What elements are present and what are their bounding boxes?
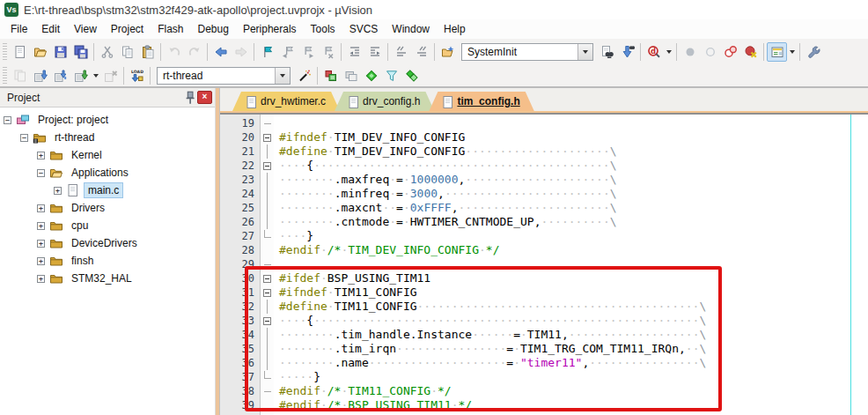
paste-button[interactable] — [137, 42, 158, 62]
manage-items-button[interactable] — [320, 66, 341, 85]
menu-item-flash[interactable]: Flash — [151, 20, 190, 38]
rebuild-button[interactable] — [50, 66, 70, 85]
expand-expander-icon[interactable]: + — [37, 257, 45, 265]
menu-item-svcs[interactable]: SVCS — [342, 20, 386, 38]
tree-item-drivers[interactable]: +Drivers — [0, 199, 215, 217]
bp-hollow-button[interactable] — [700, 42, 720, 62]
toolbar-separator — [93, 43, 94, 61]
menu-item-tools[interactable]: Tools — [304, 20, 342, 38]
code-line: 23········.maxfreq·=·1000000,···········… — [220, 173, 868, 187]
pack-installer-button[interactable] — [401, 66, 422, 85]
combo-dropdown-button[interactable] — [275, 68, 290, 84]
fold-collapse-icon[interactable] — [261, 271, 274, 285]
bp-kill-all-button[interactable] — [740, 42, 761, 62]
code-area[interactable]: 1920#ifndef·TIM_DEV_INFO_CONFIG21#define… — [220, 115, 868, 415]
panel-views-button[interactable] — [767, 42, 787, 62]
run-time-env-button[interactable] — [361, 66, 381, 85]
translate-button[interactable] — [10, 66, 30, 85]
bookmark-clear-button[interactable] — [318, 42, 338, 62]
cut-button[interactable] — [97, 42, 117, 62]
menu-item-debug[interactable]: Debug — [191, 20, 236, 38]
tree-item-kernel[interactable]: +Kernel — [0, 146, 215, 164]
target-select-combobox[interactable]: rt-thread — [157, 67, 291, 85]
fold-collapse-icon[interactable] — [261, 285, 274, 300]
tree-item-devicedrivers[interactable]: +DeviceDrivers — [0, 234, 215, 252]
build-button[interactable] — [30, 66, 50, 85]
stop-build-button[interactable] — [100, 66, 121, 85]
combo-dropdown-button[interactable] — [577, 44, 592, 60]
wrench-button[interactable] — [803, 42, 823, 62]
tree-item-project-project[interactable]: −Project: project — [0, 111, 215, 129]
save-button[interactable] — [50, 42, 70, 62]
close-panel-button[interactable]: × — [197, 91, 212, 104]
redo-button[interactable] — [184, 42, 204, 62]
windows-grey-button[interactable] — [341, 66, 361, 85]
menu-item-help[interactable]: Help — [437, 20, 473, 38]
tree-item-stm32-hal[interactable]: +STM32_HAL — [0, 270, 215, 287]
select-packs-button[interactable] — [381, 66, 401, 85]
dropdown-caret-button[interactable] — [787, 42, 797, 62]
collapse-expander-icon[interactable]: − — [37, 169, 45, 177]
dropdown-caret-button[interactable] — [664, 42, 673, 62]
nav-back-button[interactable] — [210, 42, 231, 62]
nav-forward-button[interactable] — [231, 42, 251, 62]
batch-build-button[interactable] — [70, 66, 91, 85]
document-icon — [245, 95, 256, 107]
bp-disable-all-button[interactable] — [720, 42, 740, 62]
debug-find-button[interactable]: d — [644, 42, 664, 62]
collapse-expander-icon[interactable]: − — [4, 116, 11, 124]
tree-item-finsh[interactable]: +finsh — [0, 252, 215, 270]
tree-item-rt-thread[interactable]: −rt-thread — [0, 129, 215, 146]
toolbar-separator — [317, 67, 318, 85]
code-line: 30#ifdef·BSP_USING_TIM11 — [220, 271, 868, 285]
tab-tim-config-h[interactable]: tim_config.h — [429, 92, 533, 111]
run-to-line-button[interactable] — [617, 42, 637, 62]
collapse-expander-icon[interactable]: − — [20, 134, 28, 142]
pin-panel-button[interactable] — [181, 90, 197, 105]
tab-drv-hwtimer-c[interactable]: drv_hwtimer.c — [232, 92, 340, 111]
find-in-files-button[interactable] — [597, 42, 617, 62]
indent-less-button[interactable] — [344, 42, 364, 62]
bp-filled-button[interactable] — [680, 42, 700, 62]
dropdown-caret-button[interactable] — [91, 66, 100, 85]
expand-expander-icon[interactable]: + — [37, 152, 45, 159]
pin-icon — [181, 90, 197, 106]
tree-item-applications[interactable]: −Applications — [0, 164, 215, 182]
indent-more-button[interactable] — [364, 42, 385, 62]
function-search-combobox[interactable]: SystemInit — [461, 43, 593, 61]
menu-item-file[interactable]: File — [4, 20, 34, 38]
menu-item-project[interactable]: Project — [104, 20, 151, 38]
fold-margin-mark — [261, 356, 274, 370]
menu-item-window[interactable]: Window — [385, 20, 437, 38]
tree-item-main-c[interactable]: +main.c — [0, 182, 215, 199]
uncomment-button[interactable] — [411, 42, 431, 62]
new-file-button[interactable] — [10, 42, 30, 62]
menu-item-edit[interactable]: Edit — [34, 20, 67, 38]
comment-icon — [394, 45, 408, 59]
tree-item-cpu[interactable]: +cpu — [0, 217, 215, 234]
tree-item-label: Project: project — [34, 113, 112, 127]
menu-item-view[interactable]: View — [67, 20, 104, 38]
expand-expander-icon[interactable]: + — [37, 204, 45, 212]
copy-button[interactable] — [117, 42, 137, 62]
wand-button[interactable] — [294, 66, 314, 85]
bookmark-button[interactable] — [257, 42, 277, 62]
undo-button[interactable] — [164, 42, 184, 62]
fold-collapse-icon[interactable] — [261, 130, 274, 145]
comment-button[interactable] — [391, 42, 411, 62]
open-folder-button[interactable] — [30, 42, 50, 62]
save-all-button[interactable] — [70, 42, 91, 62]
expand-expander-icon[interactable]: + — [37, 275, 45, 283]
fold-collapse-icon[interactable] — [261, 159, 274, 173]
chevron-down-icon — [666, 50, 672, 54]
bookmark-prev-button[interactable] — [277, 42, 298, 62]
expand-expander-icon[interactable]: + — [37, 240, 45, 248]
expand-expander-icon[interactable]: + — [54, 187, 62, 195]
fold-collapse-icon[interactable] — [261, 314, 274, 328]
tab-drv-config-h[interactable]: drv_config.h — [335, 92, 434, 111]
load-button[interactable]: LOAD — [127, 66, 147, 85]
find-folder-button[interactable] — [438, 42, 458, 62]
expand-expander-icon[interactable]: + — [37, 222, 45, 230]
bookmark-next-button[interactable] — [298, 42, 318, 62]
menu-item-peripherals[interactable]: Peripherals — [236, 20, 304, 38]
